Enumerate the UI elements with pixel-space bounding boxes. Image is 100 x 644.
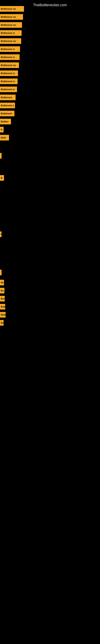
bottleneck-bar: Bottl [0, 312, 6, 318]
bottleneck-bar: Bottleneck res [0, 62, 19, 68]
bottleneck-bar: Bottleneck res [0, 6, 24, 12]
bottleneck-bar: Bo [0, 288, 4, 294]
bottleneck-bar: Bottleneck res [0, 22, 22, 28]
bottleneck-bar: Bottleneck re [0, 70, 18, 76]
bottleneck-bar: Bottleneck res [0, 38, 21, 44]
bottleneck-bar: Bo [0, 280, 4, 285]
bottleneck-bar: Bottl [0, 135, 9, 140]
bottleneck-bar: Bottlen [0, 119, 11, 124]
bottleneck-bar: Bottleneck [0, 94, 16, 100]
bottleneck-bar: Bottleneck re [0, 86, 17, 92]
bottleneck-bar: Bottleneck res [0, 14, 23, 20]
bottleneck-bar [0, 153, 1, 158]
bottleneck-bar: Bottleneck e [0, 103, 15, 108]
bottleneck-bar [0, 270, 1, 275]
bottleneck-bar: Bottleneck re [0, 30, 22, 36]
bottleneck-bar: Bottleneck [0, 111, 14, 116]
bottleneck-bar: Bottleneck re [0, 78, 18, 84]
bottleneck-bar: Bottl [0, 304, 5, 310]
bottleneck-bar: B [0, 175, 4, 181]
bottleneck-bar: B [0, 232, 1, 237]
bottleneck-bar: Bottleneck re [0, 46, 20, 52]
bottleneck-bar: Bo [0, 320, 3, 326]
bottleneck-bar: Bott [0, 296, 5, 302]
bottleneck-bar: Bottleneck re [0, 54, 20, 60]
bottleneck-bar: B [0, 127, 3, 132]
